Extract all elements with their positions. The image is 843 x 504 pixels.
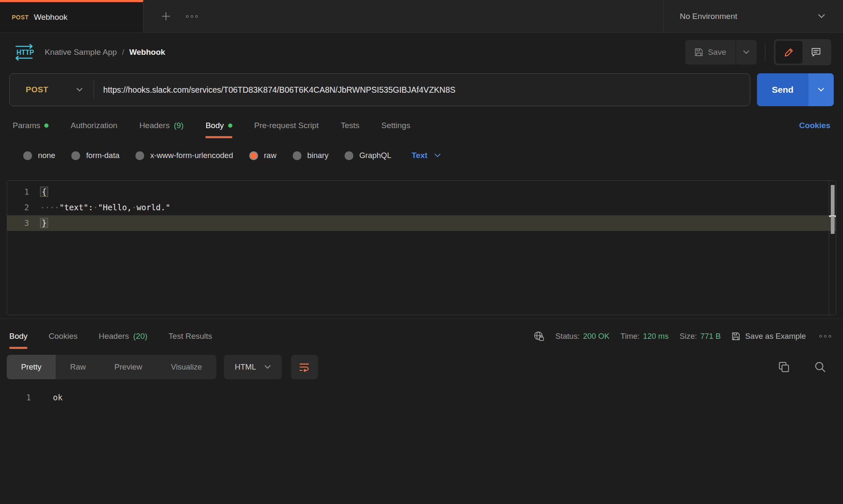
open-brace: { xyxy=(40,187,48,197)
url-input[interactable] xyxy=(94,85,750,95)
edit-request-button[interactable] xyxy=(776,41,803,64)
response-tab-body[interactable]: Body xyxy=(9,324,27,349)
save-button-group: Save xyxy=(685,40,757,64)
save-options-button[interactable] xyxy=(735,40,757,64)
tab-label: Tests xyxy=(341,121,359,130)
response-body-viewer[interactable]: 1 ok xyxy=(0,390,843,405)
copy-response-button[interactable] xyxy=(778,361,790,373)
wrap-text-button[interactable] xyxy=(291,355,318,379)
body-mode-none[interactable]: none xyxy=(23,151,55,160)
response-toolbar: Pretty Raw Preview Visualize HTML xyxy=(7,355,826,379)
radio-icon xyxy=(345,151,353,160)
response-view-switcher: Pretty Raw Preview Visualize xyxy=(7,355,216,379)
status-badge[interactable]: Status: 200 OK xyxy=(555,332,609,341)
tab-label: Headers xyxy=(139,121,170,130)
response-tab-test-results[interactable]: Test Results xyxy=(169,324,212,349)
scrollbar-thumb[interactable] xyxy=(831,216,835,234)
chevron-down-icon xyxy=(264,365,271,369)
language-label: Text xyxy=(412,151,428,160)
radio-label: GraphQL xyxy=(359,151,391,160)
tab-body[interactable]: Body xyxy=(205,113,232,138)
body-mode-form-data[interactable]: form-data xyxy=(71,151,119,160)
comments-button[interactable] xyxy=(803,41,830,64)
more-icon xyxy=(186,15,198,18)
network-globe-lock-icon xyxy=(533,331,544,342)
tab-authorization[interactable]: Authorization xyxy=(70,113,117,138)
radio-icon xyxy=(71,151,80,160)
tab-label: Pre-request Script xyxy=(254,121,319,130)
environment-selector[interactable]: No Environment xyxy=(663,0,843,32)
chevron-down-icon xyxy=(818,88,824,92)
editor-scrollbar[interactable] xyxy=(829,181,836,315)
send-button[interactable]: Send xyxy=(757,73,808,106)
save-button-label: Save xyxy=(708,48,726,57)
wrap-text-icon xyxy=(299,362,310,372)
url-bar: POST xyxy=(9,73,750,106)
view-raw-button[interactable]: Raw xyxy=(56,355,100,379)
tab-label: Cookies xyxy=(48,332,78,341)
method-label: POST xyxy=(26,85,48,94)
raw-language-selector[interactable]: Text xyxy=(412,151,441,160)
body-mode-graphql[interactable]: GraphQL xyxy=(345,151,391,160)
response-tab-cookies[interactable]: Cookies xyxy=(48,324,78,349)
save-as-example-button[interactable]: Save as Example xyxy=(732,332,806,341)
tab-params[interactable]: Params xyxy=(13,113,48,138)
request-body-editor[interactable]: 1 { 2 ····"text":·"Hello,·world." 3 } xyxy=(7,180,836,315)
body-mode-raw[interactable]: raw xyxy=(249,151,277,160)
response-options-button[interactable] xyxy=(819,335,831,338)
chevron-down-icon xyxy=(76,88,83,92)
editor-line-2: 2 ····"text":·"Hello,·world." xyxy=(7,200,836,215)
tab-headers[interactable]: Headers (9) xyxy=(139,113,183,138)
line-number: 1 xyxy=(7,184,40,200)
tab-pre-request-script[interactable]: Pre-request Script xyxy=(254,113,319,138)
save-as-example-label: Save as Example xyxy=(745,332,806,341)
view-visualize-button[interactable]: Visualize xyxy=(156,355,216,379)
radio-icon xyxy=(23,151,32,160)
editor-line-1: 1 { xyxy=(7,184,836,200)
request-tab-webhook[interactable]: POST Webhook xyxy=(0,0,143,32)
time-badge[interactable]: Time: 120 ms xyxy=(620,332,668,341)
response-tab-headers[interactable]: Headers (20) xyxy=(99,324,148,349)
copy-icon xyxy=(778,361,790,373)
body-indicator-dot xyxy=(228,123,232,128)
method-selector[interactable]: POST xyxy=(10,85,94,94)
new-tab-button[interactable] xyxy=(160,11,172,22)
tab-label: Test Results xyxy=(169,332,212,341)
size-badge[interactable]: Size: 771 B xyxy=(680,332,721,341)
floppy-disk-icon xyxy=(732,332,740,340)
search-response-button[interactable] xyxy=(814,361,826,373)
tab-settings[interactable]: Settings xyxy=(381,113,410,138)
more-icon xyxy=(819,335,831,338)
breadcrumb-request-name[interactable]: Webhook xyxy=(129,48,165,57)
tab-strip xyxy=(143,0,663,32)
send-options-button[interactable] xyxy=(808,73,834,106)
view-preview-button[interactable]: Preview xyxy=(100,355,156,379)
body-mode-row: none form-data x-www-form-urlencoded raw… xyxy=(0,142,843,169)
send-button-group: Send xyxy=(757,73,834,109)
tab-options-button[interactable] xyxy=(186,15,198,18)
breadcrumb-collection[interactable]: Knative Sample App xyxy=(45,48,117,57)
response-header: Body Cookies Headers (20) Test Results S… xyxy=(0,319,843,351)
environment-label: No Environment xyxy=(680,12,737,21)
body-mode-x-www-form-urlencoded[interactable]: x-www-form-urlencoded xyxy=(135,151,233,160)
tab-label: Headers xyxy=(99,332,129,341)
request-tabs: Params Authorization Headers (9) Body Pr… xyxy=(0,109,843,138)
cookies-link[interactable]: Cookies xyxy=(799,121,830,130)
body-mode-binary[interactable]: binary xyxy=(293,151,329,160)
save-button[interactable]: Save xyxy=(685,40,735,64)
response-line: 1 ok xyxy=(0,390,843,405)
view-pretty-button[interactable]: Pretty xyxy=(7,355,56,379)
tab-title: Webhook xyxy=(34,13,67,22)
headers-count: (20) xyxy=(133,332,148,341)
breadcrumb-separator: / xyxy=(122,48,124,57)
radio-label: x-www-form-urlencoded xyxy=(150,151,233,160)
tab-label: Authorization xyxy=(70,121,117,130)
radio-icon xyxy=(293,151,302,160)
edit-comment-toggle xyxy=(774,39,831,65)
comment-icon xyxy=(811,47,821,57)
response-format-selector[interactable]: HTML xyxy=(224,355,282,379)
pencil-icon xyxy=(784,47,794,57)
tab-label: Params xyxy=(13,121,40,130)
floppy-disk-icon xyxy=(695,48,703,56)
tab-tests[interactable]: Tests xyxy=(341,113,359,138)
